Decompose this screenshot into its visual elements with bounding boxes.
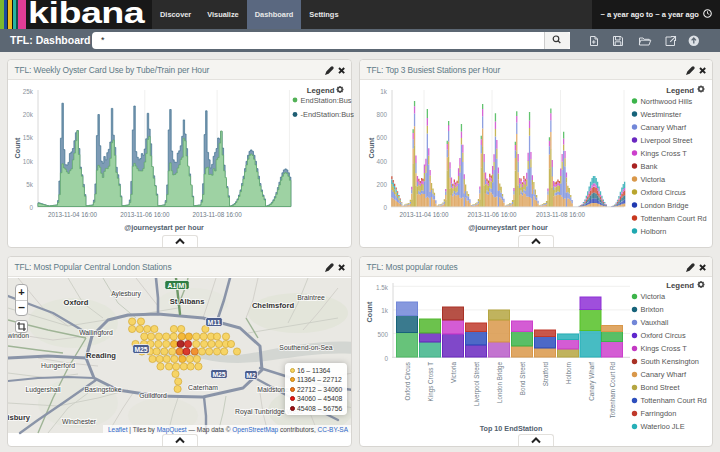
svg-text:Liverpool Street: Liverpool Street (641, 136, 693, 145)
svg-text:South Kensington: South Kensington (641, 357, 699, 366)
svg-text:Guildford: Guildford (139, 392, 167, 399)
svg-text:1.5k: 1.5k (376, 284, 389, 291)
svg-text:Brixton: Brixton (641, 305, 664, 314)
svg-text:Holborn: Holborn (565, 362, 572, 385)
svg-text:2013-11-08 16:00: 2013-11-08 16:00 (536, 211, 586, 218)
svg-text:Basingstoke: Basingstoke (84, 386, 121, 394)
svg-text:Oxford Circus: Oxford Circus (641, 188, 686, 197)
svg-text:Tottenham Court Rd: Tottenham Court Rd (641, 214, 707, 223)
svg-text:Oxford: Oxford (64, 298, 89, 307)
svg-text:Salisbury: Salisbury (8, 413, 31, 422)
svg-text:200: 200 (376, 181, 387, 188)
svg-text:Winchester: Winchester (62, 418, 97, 425)
svg-text:2013-11-08 16:00: 2013-11-08 16:00 (192, 211, 242, 218)
svg-text:Caterham: Caterham (188, 384, 218, 391)
svg-text:2013-11-04 16:00: 2013-11-04 16:00 (48, 211, 98, 218)
svg-text:800: 800 (376, 111, 387, 118)
svg-text:Northwood Hills: Northwood Hills (641, 97, 693, 106)
svg-text:Canary Wharf: Canary Wharf (588, 362, 596, 401)
svg-text:Southend-on-Sea: Southend-on-Sea (279, 344, 333, 351)
svg-text:0: 0 (29, 204, 33, 211)
svg-text:A1(M): A1(M) (168, 282, 187, 290)
svg-text:Oxford Circus: Oxford Circus (404, 362, 411, 401)
svg-text:Top 10 EndStation: Top 10 EndStation (480, 424, 543, 433)
svg-text:Legend: Legend (666, 281, 694, 290)
svg-text:10k: 10k (23, 158, 34, 165)
svg-text:2013-11-06 16:00: 2013-11-06 16:00 (120, 211, 170, 218)
svg-text:2013-11-06 16:00: 2013-11-06 16:00 (467, 211, 517, 218)
svg-text:15k: 15k (23, 134, 34, 141)
svg-text:Holborn: Holborn (641, 227, 667, 236)
svg-text:M25: M25 (134, 346, 147, 353)
svg-text:Kings Cross T: Kings Cross T (641, 344, 688, 353)
svg-text:25k: 25k (23, 88, 34, 95)
svg-text:Kings Cross T: Kings Cross T (641, 149, 688, 158)
svg-text:2013-11-04 16:00: 2013-11-04 16:00 (399, 211, 449, 218)
svg-text:Farringdon: Farringdon (641, 409, 677, 418)
svg-text:Count: Count (365, 301, 374, 322)
svg-text:Canary Wharf: Canary Wharf (641, 123, 688, 132)
svg-text:Bond Street: Bond Street (641, 383, 680, 392)
svg-text:Swindon: Swindon (8, 332, 29, 339)
svg-text:St Albans: St Albans (170, 297, 205, 306)
svg-text:London Bridge: London Bridge (496, 362, 504, 403)
svg-text:Reading: Reading (86, 351, 116, 360)
svg-text:Count: Count (13, 137, 22, 158)
svg-text:0: 0 (384, 355, 388, 362)
svg-text:Tottenham Court Rd: Tottenham Court Rd (641, 396, 707, 405)
svg-text:M11: M11 (208, 319, 221, 326)
svg-text:Legend: Legend (666, 86, 694, 95)
svg-text:Legend: Legend (307, 86, 335, 95)
svg-text:Liverpool Street: Liverpool Street (473, 362, 481, 406)
svg-text:Wallingford: Wallingford (79, 329, 113, 337)
svg-text:London Bridge: London Bridge (641, 201, 689, 210)
svg-text:Ludgershall: Ludgershall (25, 386, 61, 394)
svg-text:Tottenham Court Rd: Tottenham Court Rd (609, 362, 616, 419)
svg-text:Vauxhall: Vauxhall (641, 318, 669, 327)
svg-text:M25: M25 (212, 371, 225, 378)
svg-text:Hungerford: Hungerford (41, 362, 75, 370)
svg-text:Westminster: Westminster (641, 110, 682, 119)
svg-text:600: 600 (376, 134, 387, 141)
svg-text:Oxford Circus: Oxford Circus (641, 331, 686, 340)
svg-text:Count: Count (367, 137, 376, 158)
svg-text:Victoria: Victoria (641, 292, 666, 301)
svg-text:5k: 5k (26, 181, 34, 188)
svg-text:Chelmsford: Chelmsford (252, 301, 295, 310)
svg-text:Waterloo JLE: Waterloo JLE (641, 422, 685, 431)
svg-text:1k: 1k (381, 307, 389, 314)
svg-text:Aylesbury: Aylesbury (111, 290, 141, 298)
svg-text:-EndStation:Bus: -EndStation:Bus (301, 110, 355, 119)
svg-text:M2: M2 (246, 372, 256, 379)
svg-text:Braintree: Braintree (297, 294, 325, 301)
svg-text:Stratford: Stratford (542, 362, 549, 387)
svg-text:Victoria: Victoria (450, 362, 457, 383)
svg-text:20k: 20k (23, 111, 34, 118)
svg-text:1k: 1k (380, 88, 388, 95)
svg-text:@journeystart per hour: @journeystart per hour (468, 223, 548, 232)
svg-text:Bank: Bank (641, 162, 658, 171)
svg-text:Kings Cross T: Kings Cross T (427, 362, 435, 402)
svg-text:400: 400 (376, 158, 387, 165)
svg-text:@journeystart per hour: @journeystart per hour (124, 223, 204, 232)
svg-text:Bond Street: Bond Street (519, 362, 526, 396)
svg-text:0: 0 (383, 204, 387, 211)
svg-text:Victoria: Victoria (641, 175, 666, 184)
svg-text:EndStation:Bus: EndStation:Bus (301, 96, 352, 105)
svg-text:Canary Wharf: Canary Wharf (641, 370, 688, 379)
svg-text:500: 500 (377, 331, 388, 338)
